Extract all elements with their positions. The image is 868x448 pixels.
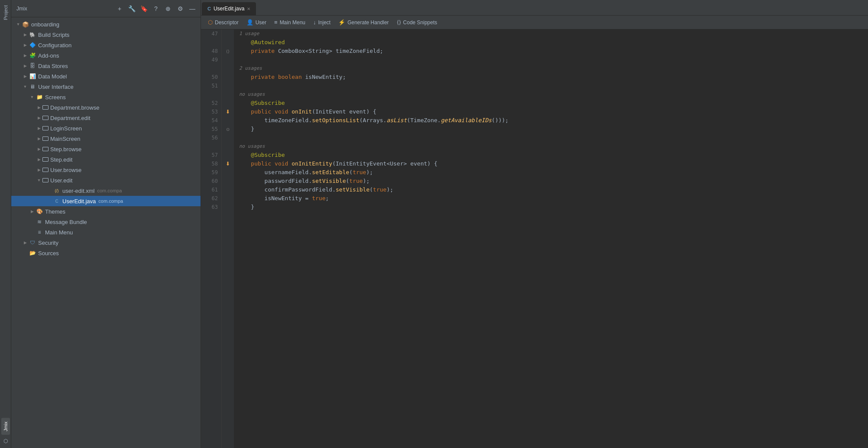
tree-item-dept-browse[interactable]: ▶ Department.browse bbox=[11, 102, 201, 113]
code-content[interactable]: 1 usage @Autowired private ComboBox<Stri… bbox=[234, 29, 868, 448]
tree-item-data-stores[interactable]: ▶ 🗄 Data Stores bbox=[11, 61, 201, 71]
line-num-60: 60 bbox=[201, 177, 221, 185]
main-menu-label: Main Menu bbox=[280, 19, 305, 26]
punc-58a: ( bbox=[332, 159, 336, 168]
code-editor[interactable]: 47 48 49 50 51 52 53 54 55 56 57 58 59 6… bbox=[201, 29, 868, 448]
gutter-icon-57 bbox=[222, 151, 234, 159]
add-button[interactable]: + bbox=[115, 4, 124, 13]
punc-58c: > event) { bbox=[404, 159, 437, 168]
wrench-button[interactable]: 🔧 bbox=[127, 4, 136, 13]
project-tab[interactable]: Project bbox=[1, 2, 10, 23]
arrow-user-interface: ▼ bbox=[22, 84, 29, 89]
icon-screens: 📁 bbox=[36, 94, 43, 100]
tree-item-build-scripts[interactable]: ▶ 🐘 Build Scripts bbox=[11, 29, 201, 40]
gutter-icon-52 bbox=[222, 99, 234, 107]
punc-54c: . bbox=[383, 116, 387, 125]
editor-toolbar: ⬡ Descriptor 👤 User ≡ Main Menu ↓ Inject… bbox=[201, 16, 868, 29]
tab-user-edit-java[interactable]: C UserEdit.java ✕ bbox=[202, 2, 256, 15]
annotation-subscribe-1: @Subscribe bbox=[237, 99, 285, 107]
tree-item-login-screen[interactable]: ▶ LoginScreen bbox=[11, 123, 201, 133]
arrow-data-stores: ▶ bbox=[22, 64, 29, 68]
punc-54d: ( bbox=[407, 116, 410, 125]
bookmark-button[interactable]: 🔖 bbox=[139, 4, 149, 13]
add-module-button[interactable]: ⊕ bbox=[163, 4, 173, 13]
code-line-59: usernameField.setEditable(true); bbox=[237, 168, 868, 177]
minimize-button[interactable]: — bbox=[188, 4, 197, 13]
tree-item-dept-edit[interactable]: ▶ Department.edit bbox=[11, 113, 201, 123]
label-user-edit-java: UserEdit.java bbox=[62, 198, 96, 205]
icon-user-edit-java: C bbox=[53, 199, 61, 204]
tree-item-sources[interactable]: 📂 Sources bbox=[11, 248, 201, 258]
arrow-login-screen: ▶ bbox=[36, 126, 42, 130]
tree-item-step-edit[interactable]: ▶ Step.edit bbox=[11, 154, 201, 165]
line-num-50a bbox=[201, 64, 221, 73]
tree-item-themes[interactable]: ▶ 🎨 Themes bbox=[11, 206, 201, 217]
kw-public-53: public bbox=[237, 107, 275, 116]
label-main-menu: Main Menu bbox=[45, 229, 73, 236]
user-icon: 👤 bbox=[246, 19, 253, 26]
tree-item-addons[interactable]: ▶ 🧩 Add-ons bbox=[11, 50, 201, 61]
icon-user-edit-xml: ⟨/⟩ bbox=[53, 188, 61, 193]
vertical-sidebar: Project Jmix ⬡ bbox=[0, 0, 11, 448]
gutter-icon-59 bbox=[222, 168, 234, 177]
tree-item-user-edit[interactable]: ▼ User.edit bbox=[11, 175, 201, 185]
code-snippets-action[interactable]: ⟨⟩ Code Snippets bbox=[393, 17, 441, 28]
arrow-step-edit: ▶ bbox=[36, 157, 42, 162]
tree-item-security[interactable]: ▶ 🛡 Security bbox=[11, 237, 201, 248]
inject-action[interactable]: ↓ Inject bbox=[310, 17, 334, 28]
line-num-57: 57 bbox=[201, 151, 221, 159]
code-usage-1: 1 usage bbox=[237, 29, 868, 38]
tree-item-main-menu[interactable]: ≡ Main Menu bbox=[11, 227, 201, 237]
code-line-55: } bbox=[237, 125, 868, 133]
tree-item-screens[interactable]: ▼ 📁 Screens bbox=[11, 92, 201, 102]
gutter-icon-52a bbox=[222, 90, 234, 99]
icon-build-scripts: 🐘 bbox=[29, 32, 36, 38]
type-initevent-entity: InitEntityEvent bbox=[336, 159, 386, 168]
project-name: Jmix bbox=[15, 6, 112, 12]
label-sources: Sources bbox=[38, 250, 59, 256]
line-num-57a bbox=[201, 142, 221, 151]
jmix-tab[interactable]: Jmix bbox=[1, 418, 10, 435]
tree-item-data-model[interactable]: ▶ 📊 Data Model bbox=[11, 71, 201, 81]
tree-item-user-interface[interactable]: ▼ 🖥 User Interface bbox=[11, 81, 201, 92]
icon-dept-edit bbox=[42, 116, 49, 120]
icon-themes: 🎨 bbox=[36, 208, 43, 214]
code-line-56 bbox=[237, 133, 868, 142]
help-button[interactable]: ? bbox=[151, 4, 161, 13]
type-timezone: TimeZone bbox=[410, 116, 437, 125]
label-addons: Add-ons bbox=[38, 52, 59, 59]
icon-user-edit bbox=[42, 178, 49, 182]
label-login-screen: LoginScreen bbox=[50, 125, 82, 132]
tree-item-step-browse[interactable]: ▶ Step.browse bbox=[11, 144, 201, 154]
tree-item-message-bundle[interactable]: ≋ Message Bundle bbox=[11, 217, 201, 227]
icon-step-edit bbox=[42, 157, 49, 162]
type-initevent: InitEvent bbox=[315, 107, 346, 116]
tree-item-user-edit-java[interactable]: C UserEdit.java com.compa bbox=[11, 196, 201, 206]
kw-public-58: public bbox=[237, 159, 275, 168]
label-data-model: Data Model bbox=[38, 73, 67, 80]
line-num-51: 51 bbox=[201, 81, 221, 90]
tree-item-onboarding[interactable]: ▼ 📦 onboarding bbox=[11, 19, 201, 29]
tree-item-configuration[interactable]: ▶ 🔷 Configuration bbox=[11, 40, 201, 50]
line-num-47b bbox=[201, 38, 221, 47]
tree-item-main-screen[interactable]: ▶ MainScreen bbox=[11, 133, 201, 144]
tab-close-button[interactable]: ✕ bbox=[247, 6, 250, 11]
method-aslist: asList bbox=[386, 116, 407, 125]
jmix-icon[interactable]: ⬡ bbox=[2, 438, 9, 445]
code-line-54: timeZoneField.setOptionsList(Arrays.asLi… bbox=[237, 116, 868, 125]
label-screens: Screens bbox=[45, 94, 66, 101]
user-label: User bbox=[256, 19, 266, 26]
arrow-configuration: ▶ bbox=[22, 43, 29, 47]
user-action[interactable]: 👤 User bbox=[243, 17, 270, 28]
gutter-icon-62 bbox=[222, 194, 234, 203]
settings-button[interactable]: ⚙ bbox=[175, 4, 185, 13]
tree-item-user-browse[interactable]: ▶ User.browse bbox=[11, 165, 201, 175]
tab-label-user-edit-java: UserEdit.java bbox=[214, 6, 244, 12]
code-usage-4: no usages bbox=[237, 142, 868, 151]
label-security: Security bbox=[38, 240, 58, 246]
main-menu-action[interactable]: ≡ Main Menu bbox=[271, 17, 309, 28]
generate-handler-action[interactable]: ⚡ Generate Handler bbox=[335, 17, 392, 28]
descriptor-action[interactable]: ⬡ Descriptor bbox=[204, 17, 242, 28]
code-line-58: public void onInitEntity(InitEntityEvent… bbox=[237, 159, 868, 168]
tree-item-user-edit-xml[interactable]: ⟨/⟩ user-edit.xml com.compa bbox=[11, 185, 201, 196]
